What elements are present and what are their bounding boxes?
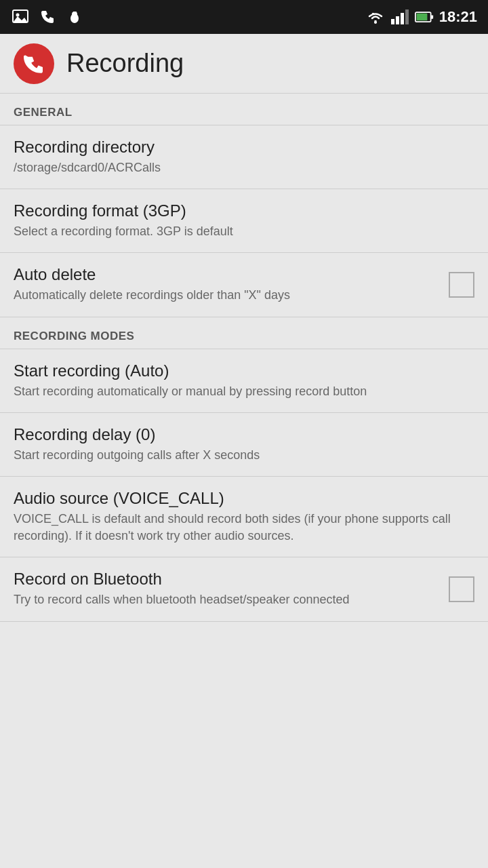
status-bar-right: 18:21 <box>366 7 477 26</box>
settings-item-title-start-recording: Start recording (Auto) <box>14 361 466 380</box>
settings-item-subtitle-recording-format: Select a recording format. 3GP is defaul… <box>14 223 466 240</box>
image-icon <box>11 7 30 26</box>
section-header-general: GENERAL <box>0 94 488 125</box>
settings-item-title-audio-source: Audio source (VOICE_CALL) <box>14 489 466 508</box>
clock: 18:21 <box>439 8 477 26</box>
settings-item-content-audio-source: Audio source (VOICE_CALL)VOICE_CALL is d… <box>14 489 474 545</box>
settings-item-start-recording[interactable]: Start recording (Auto)Start recording au… <box>0 349 488 413</box>
status-bar: 18:21 <box>0 0 488 34</box>
settings-item-subtitle-start-recording: Start recording automatically or manual … <box>14 383 466 400</box>
settings-container: GENERALRecording directory/storage/sdcar… <box>0 94 488 622</box>
svg-rect-6 <box>75 12 77 14</box>
status-bar-left <box>11 7 84 26</box>
checkbox-auto-delete[interactable] <box>449 272 474 298</box>
svg-rect-10 <box>401 13 404 24</box>
settings-item-title-auto-delete: Auto delete <box>14 265 441 284</box>
svg-rect-14 <box>416 14 427 21</box>
settings-item-subtitle-recording-delay: Start recording outgoing calls after X s… <box>14 447 466 464</box>
settings-item-record-on-bluetooth[interactable]: Record on BluetoothTry to record calls w… <box>0 557 488 621</box>
settings-item-content-record-on-bluetooth: Record on BluetoothTry to record calls w… <box>14 570 449 608</box>
settings-item-title-recording-directory: Recording directory <box>14 138 466 157</box>
svg-rect-8 <box>391 19 394 24</box>
svg-rect-5 <box>73 12 75 14</box>
settings-item-content-auto-delete: Auto deleteAutomatically delete recordin… <box>14 265 449 304</box>
svg-point-7 <box>374 21 377 24</box>
settings-item-subtitle-recording-directory: /storage/sdcard0/ACRCalls <box>14 159 466 176</box>
svg-rect-11 <box>405 9 409 24</box>
section-header-recording-modes: RECORDING MODES <box>0 317 488 349</box>
settings-item-content-recording-delay: Recording delay (0)Start recording outgo… <box>14 425 474 464</box>
checkbox-record-on-bluetooth[interactable] <box>449 576 474 602</box>
svg-rect-9 <box>396 16 399 24</box>
llama-icon <box>65 7 84 26</box>
app-icon <box>14 43 54 84</box>
battery-icon <box>415 7 434 26</box>
settings-item-recording-delay[interactable]: Recording delay (0)Start recording outgo… <box>0 413 488 477</box>
settings-item-title-recording-delay: Recording delay (0) <box>14 425 466 444</box>
settings-item-audio-source[interactable]: Audio source (VOICE_CALL)VOICE_CALL is d… <box>0 477 488 557</box>
svg-rect-13 <box>430 15 433 18</box>
settings-item-subtitle-record-on-bluetooth: Try to record calls when bluetooth heads… <box>14 591 441 608</box>
svg-point-1 <box>16 14 20 17</box>
settings-item-content-recording-directory: Recording directory/storage/sdcard0/ACRC… <box>14 138 474 176</box>
settings-item-auto-delete[interactable]: Auto deleteAutomatically delete recordin… <box>0 253 488 317</box>
settings-item-content-recording-format: Recording format (3GP)Select a recording… <box>14 201 474 240</box>
app-header: Recording <box>0 34 488 94</box>
phone-icon <box>38 7 57 26</box>
settings-item-title-recording-format: Recording format (3GP) <box>14 201 466 220</box>
settings-item-subtitle-auto-delete: Automatically delete recordings older th… <box>14 287 441 304</box>
signal-icon <box>390 7 409 26</box>
wifi-icon <box>366 7 385 26</box>
svg-marker-2 <box>14 16 27 22</box>
settings-item-recording-format[interactable]: Recording format (3GP)Select a recording… <box>0 189 488 253</box>
settings-item-subtitle-audio-source: VOICE_CALL is default and should record … <box>14 511 466 545</box>
settings-item-recording-directory[interactable]: Recording directory/storage/sdcard0/ACRC… <box>0 125 488 189</box>
settings-item-title-record-on-bluetooth: Record on Bluetooth <box>14 570 441 589</box>
page-title: Recording <box>66 49 184 78</box>
settings-item-content-start-recording: Start recording (Auto)Start recording au… <box>14 361 474 400</box>
